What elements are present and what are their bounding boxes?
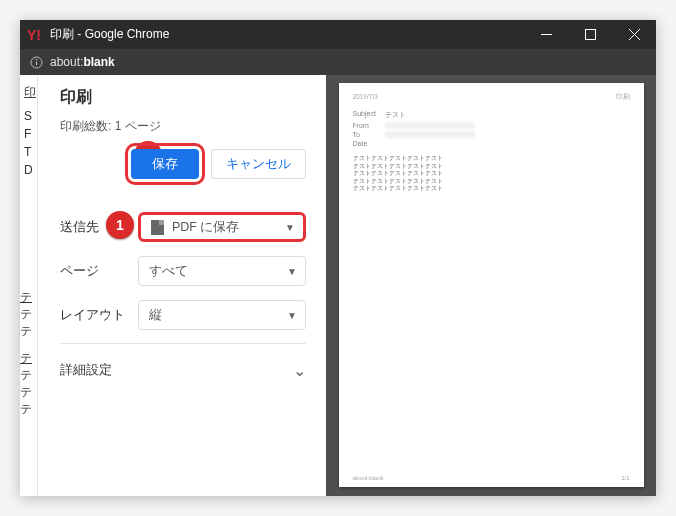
hdr-key: To	[353, 131, 385, 138]
info-icon	[28, 56, 44, 69]
layout-label: レイアウト	[60, 307, 138, 324]
layout-value: 縦	[149, 307, 162, 324]
cancel-button[interactable]: キャンセル	[211, 149, 306, 179]
svg-point-6	[35, 58, 37, 60]
hdr-val: テスト	[385, 110, 406, 120]
preview-body: テストテストテストテストテスト テストテストテストテストテスト テストテストテス…	[353, 155, 630, 193]
bg-text: T	[20, 143, 37, 161]
maximize-button[interactable]	[568, 20, 612, 49]
url-scheme: about:	[50, 55, 83, 69]
bg-text: テテテ	[20, 367, 37, 418]
body-line: テストテストテストテストテスト	[353, 155, 630, 163]
layout-select[interactable]: 縦 ▼	[138, 300, 306, 330]
save-button[interactable]: 保存	[131, 149, 199, 179]
preview-footer-right: 1/1	[621, 475, 629, 481]
address-bar[interactable]: about:blank	[20, 49, 656, 75]
body-line: テストテストテストテストテスト	[353, 163, 630, 171]
dialog-title: 印刷	[60, 87, 306, 108]
hdr-key: Date	[353, 140, 385, 147]
body-line: テストテストテストテストテスト	[353, 170, 630, 178]
preview-footer-left: about:blank	[353, 475, 384, 481]
bg-text: F	[20, 125, 37, 143]
body-line: テストテストテストテストテスト	[353, 178, 630, 186]
bg-text: テ	[20, 289, 37, 306]
hdr-key: Subject	[353, 110, 385, 120]
hdr-key: From	[353, 122, 385, 129]
preview-date: 2019/7/3	[353, 93, 378, 102]
svg-rect-1	[585, 30, 595, 40]
yahoo-icon: Y!	[20, 27, 48, 43]
chevron-down-icon: ⌄	[293, 361, 306, 380]
annotation-marker-1: 1	[106, 211, 134, 239]
redacted	[385, 131, 475, 138]
pages-label: ページ	[60, 263, 138, 280]
print-settings-panel: 印刷 印刷総数: 1 ページ 2 保存 キャンセル 1 送信先 PDF に保存	[38, 75, 326, 496]
caret-down-icon: ▼	[287, 266, 297, 277]
page-count: 印刷総数: 1 ページ	[60, 118, 306, 135]
destination-select[interactable]: PDF に保存 ▼	[138, 212, 306, 242]
body-line: テストテストテストテストテスト	[353, 185, 630, 193]
divider	[60, 343, 306, 344]
close-button[interactable]	[612, 20, 656, 49]
print-preview-area: 2019/7/3 印刷 Subjectテスト From To Date テストテ…	[326, 75, 656, 496]
bg-heading: 印	[20, 81, 37, 103]
svg-rect-0	[541, 34, 552, 35]
titlebar[interactable]: Y! 印刷 - Google Chrome	[20, 20, 656, 49]
page-behind-left: 印 S F T D テ テテ テ テテテ	[20, 75, 38, 496]
window-title: 印刷 - Google Chrome	[48, 26, 524, 43]
chrome-window: Y! 印刷 - Google Chrome about:blank 印 S F …	[20, 20, 656, 496]
advanced-toggle[interactable]: 詳細設定 ⌄	[60, 350, 306, 390]
pages-value: すべて	[149, 263, 188, 280]
caret-down-icon: ▼	[285, 222, 295, 233]
bg-text: S	[20, 107, 37, 125]
pdf-icon	[151, 220, 164, 235]
minimize-button[interactable]	[524, 20, 568, 49]
redacted	[385, 122, 475, 129]
advanced-label: 詳細設定	[60, 362, 112, 379]
caret-down-icon: ▼	[287, 310, 297, 321]
bg-text: D	[20, 161, 37, 179]
bg-text: テテ	[20, 306, 37, 340]
pages-select[interactable]: すべて ▼	[138, 256, 306, 286]
url-host: blank	[83, 55, 114, 69]
bg-text: テ	[20, 350, 37, 367]
preview-page: 2019/7/3 印刷 Subjectテスト From To Date テストテ…	[339, 83, 644, 487]
cancel-button-label: キャンセル	[226, 155, 291, 173]
destination-value: PDF に保存	[172, 219, 239, 236]
save-button-label: 保存	[152, 155, 178, 173]
preview-doc-title: 印刷	[616, 93, 630, 102]
